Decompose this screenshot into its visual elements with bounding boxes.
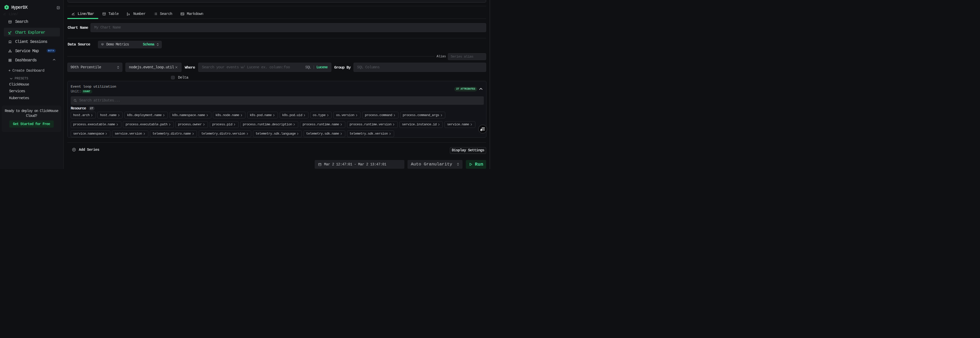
svg-text:2: 2 bbox=[127, 14, 128, 16]
svg-text:3: 3 bbox=[128, 13, 130, 16]
